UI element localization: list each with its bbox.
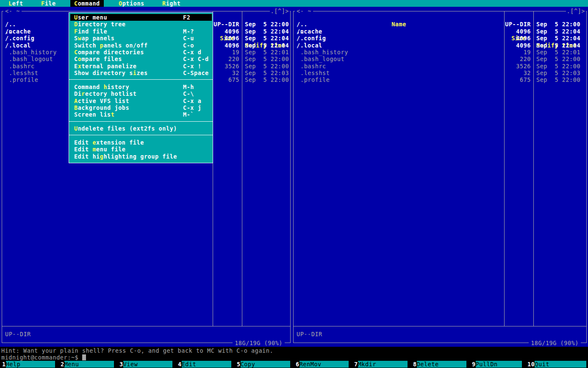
file-mtime: Sep 5 22:01 bbox=[245, 49, 289, 56]
fkey-button-copy[interactable]: 5Copy bbox=[237, 361, 290, 368]
label-post: zes bbox=[137, 70, 148, 76]
menu-item-shortcut: C-x C-d bbox=[183, 56, 209, 62]
panel-path[interactable]: ~ bbox=[16, 8, 20, 14]
label-post: ackground jobs bbox=[78, 104, 130, 111]
fkey-button-menu[interactable]: 2Menu bbox=[61, 361, 114, 368]
fkey-label: View bbox=[123, 361, 172, 368]
file-row[interactable]: .profile675Sep 5 22:00 bbox=[294, 76, 586, 83]
file-name: /.. bbox=[297, 21, 308, 28]
menu-item-edit-extension-file[interactable]: Edit extension file bbox=[70, 139, 212, 146]
menubar-item-label: ptions bbox=[122, 0, 144, 7]
menu-item-label: Edit menu file bbox=[74, 146, 126, 153]
hotkey-letter: D bbox=[74, 21, 78, 28]
file-row[interactable]: .bash_history19Sep 5 22:01 bbox=[294, 49, 586, 56]
file-mtime: Sep 5 22:04 bbox=[245, 28, 289, 35]
menubar-item-right[interactable]: Right bbox=[162, 0, 180, 7]
file-name: /.local bbox=[297, 42, 322, 49]
label-post: hlighting group file bbox=[103, 153, 177, 160]
fkey-label: PullDn bbox=[476, 361, 522, 368]
file-name: .bashrc bbox=[9, 63, 35, 70]
menu-item-shortcut: C-u bbox=[183, 35, 194, 42]
menu-item-swap-panels[interactable]: Swap panelsC-u bbox=[70, 35, 212, 42]
menubar-item-file[interactable]: File bbox=[41, 0, 56, 7]
menu-item-directory-hotlist[interactable]: Directory hotlistC-\ bbox=[70, 90, 212, 97]
menubar-item-options[interactable]: Options bbox=[119, 0, 144, 7]
mini-status-separator bbox=[294, 326, 586, 326]
file-row[interactable]: /.config4096Sep 5 22:04 bbox=[294, 35, 586, 42]
hotkey-letter: C bbox=[74, 49, 78, 56]
panel-path[interactable]: ~ bbox=[308, 8, 311, 14]
menu-bar: LeftFileCommandOptionsRight bbox=[0, 0, 588, 7]
menu-item-find-file[interactable]: Find fileM-? bbox=[70, 28, 212, 35]
menu-item-screen-list[interactable]: Screen listM-` bbox=[70, 111, 212, 118]
menubar-item-label: ommand bbox=[78, 0, 100, 7]
fkey-label: Delete bbox=[417, 361, 466, 368]
menu-item-external-panelize[interactable]: External panelizeC-x ! bbox=[70, 63, 212, 70]
label-pre: Edit hi bbox=[74, 153, 100, 160]
fkey-button-delete[interactable]: 8Delete bbox=[413, 361, 466, 368]
function-key-bar: 1Help2Menu3View4Edit5Copy6RenMov7Mkdir8D… bbox=[0, 361, 588, 368]
menu-item-user-menu[interactable]: User menuF2 bbox=[70, 14, 212, 21]
menubar-item-label: ile bbox=[45, 0, 56, 7]
file-row[interactable]: /.local4096Sep 5 22:04 bbox=[294, 42, 586, 49]
label-post: irectory tree bbox=[78, 21, 126, 28]
menu-item-edit-menu-file[interactable]: Edit menu file bbox=[70, 146, 212, 153]
menu-item-command-history[interactable]: Command historyM-h bbox=[70, 84, 212, 90]
right-panel-header: Name .n Size Modify time bbox=[294, 14, 586, 21]
back-arrow-button[interactable]: <- bbox=[297, 8, 304, 14]
file-name: .bashrc bbox=[300, 63, 326, 70]
file-row[interactable]: .bashrc3526Sep 5 22:00 bbox=[294, 63, 586, 70]
fkey-button-edit[interactable]: 4Edit bbox=[178, 361, 231, 368]
file-row[interactable]: /.cache4096Sep 5 22:04 bbox=[294, 28, 586, 35]
menu-item-label: Active VFS list bbox=[74, 98, 129, 104]
fkey-button-view[interactable]: 3View bbox=[119, 361, 172, 368]
fkey-number: 9 bbox=[472, 361, 476, 368]
column-separator bbox=[242, 11, 242, 326]
file-row[interactable]: .bash_logout220Sep 5 22:00 bbox=[294, 56, 586, 62]
menu-item-shortcut: C-x ! bbox=[183, 63, 201, 70]
fkey-label: Quit bbox=[535, 361, 586, 368]
menu-item-background-jobs[interactable]: Background jobsC-x j bbox=[70, 104, 212, 111]
menubar-item-command[interactable]: Command bbox=[70, 0, 104, 7]
panel-toggles[interactable]: .[^]> bbox=[566, 8, 586, 14]
file-row[interactable]: .lesshst32Sep 5 22:03 bbox=[294, 70, 586, 76]
hotkey-letter: F bbox=[41, 0, 45, 7]
menu-item-directory-tree[interactable]: Directory tree bbox=[70, 21, 212, 28]
fkey-button-mkdir[interactable]: 7Mkdir bbox=[354, 361, 408, 368]
menubar-item-label: ight bbox=[166, 0, 181, 7]
menu-item-label: Command history bbox=[74, 84, 129, 90]
back-arrow-button[interactable]: <- bbox=[5, 8, 12, 14]
hotkey-letter: F bbox=[74, 28, 78, 35]
menu-item-undelete-files-ext2fs-only-[interactable]: Undelete files (ext2fs only) bbox=[70, 125, 212, 132]
fkey-button-pulldn[interactable]: 9PullDn bbox=[472, 361, 522, 368]
file-row[interactable]: /..UP--DIRSep 5 22:00 bbox=[294, 21, 586, 28]
menu-item-show-directory-sizes[interactable]: Show directory sizesC-Space bbox=[70, 70, 212, 76]
menu-item-shortcut: F2 bbox=[183, 14, 190, 21]
menu-item-active-vfs-list[interactable]: Active VFS listC-x a bbox=[70, 98, 212, 104]
file-mtime: Sep 5 22:00 bbox=[245, 63, 289, 70]
hint-line: Hint: Want your plain shell? Press C-o, … bbox=[1, 347, 273, 354]
text-cursor[interactable] bbox=[82, 354, 86, 360]
right-panel-path-box: <-~ bbox=[295, 8, 313, 14]
menu-item-edit-highlighting-group-file[interactable]: Edit highlighting group file bbox=[70, 153, 212, 160]
file-size: UP--DIR bbox=[472, 21, 531, 28]
menu-item-compare-directories[interactable]: Compare directoriesC-x d bbox=[70, 49, 212, 56]
fkey-button-quit[interactable]: 10Quit bbox=[527, 361, 586, 368]
panel-toggles[interactable]: .[^]> bbox=[270, 8, 290, 14]
menu-item-switch-panels-on-off[interactable]: Switch panels on/offC-o bbox=[70, 42, 212, 49]
fkey-button-help[interactable]: 1Help bbox=[2, 361, 55, 368]
command-line[interactable]: midnight@commander:~$ bbox=[1, 354, 86, 361]
file-size: 220 bbox=[472, 56, 531, 62]
label-post: ind file bbox=[78, 28, 107, 35]
menu-item-shortcut: C-Space bbox=[183, 70, 209, 76]
menu-item-compare-files[interactable]: Compare filesC-x C-d bbox=[70, 56, 212, 62]
file-name: /.cache bbox=[297, 28, 322, 35]
hotkey-letter: B bbox=[74, 104, 78, 111]
fkey-number: 1 bbox=[2, 361, 6, 368]
hotkey-letter: R bbox=[162, 0, 166, 7]
fkey-button-renmov[interactable]: 6RenMov bbox=[296, 361, 349, 368]
file-name: /.cache bbox=[5, 28, 31, 35]
menubar-item-left[interactable]: Left bbox=[8, 0, 23, 7]
file-size: 675 bbox=[472, 76, 531, 83]
file-mtime: Sep 5 22:00 bbox=[536, 63, 580, 70]
